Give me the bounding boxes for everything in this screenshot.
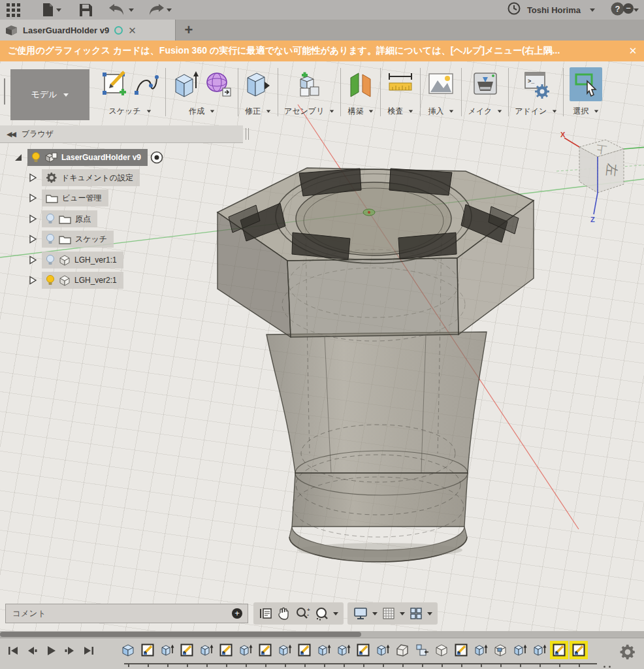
timeline-settings-gear-icon[interactable] [619, 644, 636, 663]
extrude-tool-icon[interactable] [172, 69, 199, 100]
toolbar-group-label[interactable]: アドイン [515, 106, 557, 117]
tree-item-0[interactable]: LaserGuardHolder v9 [27, 149, 148, 166]
comment-add-icon[interactable]: + [232, 608, 242, 619]
spline-tool-icon[interactable] [133, 69, 159, 99]
visibility-bulb-icon[interactable] [46, 254, 55, 266]
file-dropdown-icon[interactable] [56, 8, 61, 12]
toolbar-group-label[interactable]: 修正 [245, 106, 271, 117]
timeline-feature-extrude[interactable] [238, 642, 253, 658]
sketch-tool-icon[interactable] [101, 69, 128, 99]
toolbar-group-label[interactable]: 選択 [573, 106, 599, 117]
collapsed-arrow-icon[interactable] [27, 214, 38, 224]
measure-tool-icon[interactable] [387, 69, 414, 100]
form-tool-icon[interactable] [204, 69, 232, 100]
model-body[interactable] [266, 332, 487, 473]
timeline-feature-extrude[interactable] [277, 642, 293, 658]
save-button[interactable] [80, 0, 92, 20]
display-settings-dropdown-icon[interactable] [372, 612, 378, 615]
visibility-bulb-icon[interactable] [46, 213, 55, 225]
visibility-bulb-icon[interactable] [31, 152, 40, 163]
play-button[interactable] [44, 644, 57, 657]
timeline-feature-extrude[interactable] [512, 642, 528, 658]
insert-tool-icon[interactable] [427, 69, 455, 100]
timeline-feature-extrude[interactable] [375, 642, 391, 658]
timeline-feature-sketch[interactable] [218, 642, 234, 658]
toolbar-group-label[interactable]: メイク [468, 106, 502, 117]
fit-dropdown-icon[interactable] [333, 612, 338, 615]
display-settings-icon[interactable] [353, 606, 368, 621]
collapsed-arrow-icon[interactable] [27, 172, 38, 183]
file-menu-button[interactable] [42, 0, 61, 20]
timeline-feature-sketch[interactable] [297, 642, 312, 658]
timeline-feature-sketch[interactable] [453, 642, 469, 658]
timeline-ruler[interactable] [124, 663, 597, 664]
toolbar-group-label[interactable]: 検査 [387, 106, 413, 117]
banner-close-icon[interactable]: ✕ [622, 45, 644, 57]
go-to-end-button[interactable] [82, 644, 95, 657]
timeline-feature-hole[interactable] [492, 642, 508, 658]
timeline-feature-whitebox[interactable] [434, 642, 449, 658]
redo-dropdown-icon[interactable] [167, 8, 172, 12]
apps-grid-icon[interactable] [7, 0, 20, 20]
model-foot[interactable] [292, 473, 468, 527]
timeline-scrollbar-thumb[interactable] [0, 632, 361, 637]
undo-dropdown-icon[interactable] [129, 8, 134, 12]
workspace-switcher[interactable]: モデル [10, 69, 89, 120]
user-account-button[interactable]: Toshi Horima [527, 5, 581, 15]
help-dropdown-icon[interactable] [634, 8, 639, 12]
tree-item-4[interactable]: スケッチ [42, 231, 114, 248]
active-tool-chip[interactable] [570, 67, 602, 101]
timeline-feature-extrude[interactable] [532, 642, 547, 658]
browser-panel-header[interactable]: ◀◀ ブラウザ [0, 125, 243, 143]
tab-close-icon[interactable]: ✕ [128, 25, 137, 35]
collapsed-arrow-icon[interactable] [27, 255, 38, 265]
tree-item-1[interactable]: ドキュメントの設定 [42, 169, 140, 186]
timeline-feature-extrude[interactable] [316, 642, 332, 658]
grid-settings-icon[interactable] [381, 606, 396, 621]
comments-list-icon[interactable] [259, 606, 273, 621]
timeline-scrollbar-track[interactable] [0, 631, 644, 638]
tree-item-6[interactable]: LGH_ver2:1 [42, 272, 123, 289]
timeline-feature-extrude[interactable] [159, 642, 175, 658]
timeline-feature-sketch[interactable] [551, 642, 567, 658]
view-cube[interactable]: 上 左 X Y Z [556, 131, 644, 223]
zoom-icon[interactable]: +- [295, 606, 311, 621]
help-icon[interactable]: ? [611, 2, 624, 18]
viewports-icon[interactable] [409, 606, 423, 621]
grid-settings-dropdown-icon[interactable] [400, 612, 405, 615]
timeline-feature-extrude[interactable] [336, 642, 351, 658]
undo-button[interactable] [109, 0, 134, 20]
document-tab[interactable]: LaserGuardHolder v9 ✕ [0, 20, 176, 41]
step-forward-button[interactable] [63, 644, 76, 657]
collapsed-arrow-icon[interactable] [27, 193, 38, 203]
new-tab-button[interactable]: + [176, 20, 202, 41]
timeline-feature-sketch[interactable] [257, 642, 273, 658]
assembly-tool-icon[interactable] [295, 69, 324, 100]
tree-item-2[interactable]: ビュー管理 [42, 189, 108, 206]
visibility-bulb-icon[interactable] [46, 274, 55, 286]
toolbar-group-label[interactable]: 作成 [189, 106, 215, 117]
panel-resize-grip[interactable] [246, 128, 249, 140]
timeline-feature-extrude[interactable] [199, 642, 214, 658]
select-tool-icon[interactable] [573, 70, 599, 99]
step-back-button[interactable] [25, 644, 39, 657]
presspull-tool-icon[interactable] [244, 69, 272, 100]
tree-item-3[interactable]: 原点 [42, 210, 97, 227]
comment-input[interactable] [6, 609, 232, 618]
fit-icon[interactable] [315, 606, 329, 621]
timeline-feature-sketch[interactable] [571, 642, 587, 658]
user-dropdown-icon[interactable] [590, 8, 595, 12]
toolbar-group-label[interactable]: スケッチ [108, 106, 151, 117]
activate-component-radio[interactable] [150, 151, 163, 164]
tree-item-5[interactable]: LGH_ver1:1 [42, 252, 123, 269]
toolbar-group-label[interactable]: 挿入 [428, 106, 454, 117]
redo-button[interactable] [147, 0, 172, 20]
construct-tool-icon[interactable] [347, 69, 374, 100]
collapsed-arrow-icon[interactable] [27, 275, 38, 286]
pan-icon[interactable] [277, 606, 291, 621]
go-to-beginning-button[interactable] [7, 644, 20, 657]
addin-tool-icon[interactable]: >_ [521, 69, 551, 100]
timeline-feature-extrude[interactable] [473, 642, 489, 658]
make-tool-icon[interactable] [471, 69, 500, 100]
visibility-bulb-icon[interactable] [46, 233, 55, 245]
